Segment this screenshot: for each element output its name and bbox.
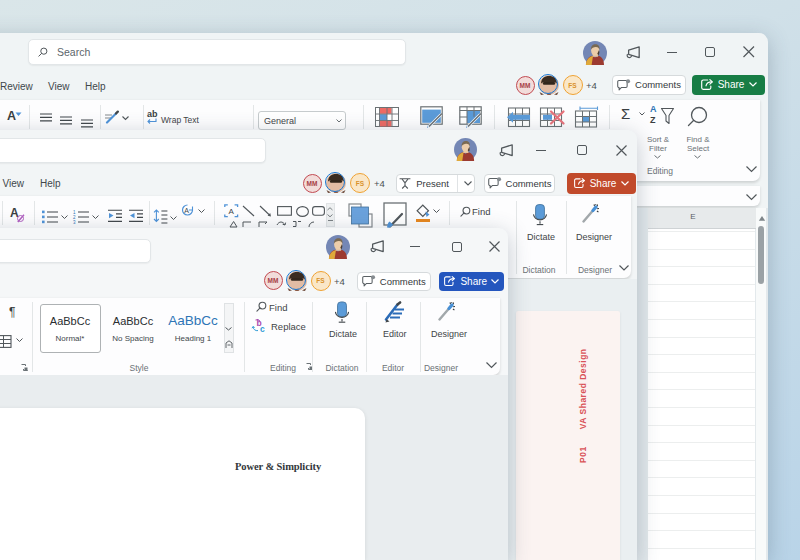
svg-text:c: c [260,323,265,333]
svg-text:3: 3 [73,220,76,225]
svg-text:A: A [184,207,189,214]
svg-text:A: A [228,207,234,216]
